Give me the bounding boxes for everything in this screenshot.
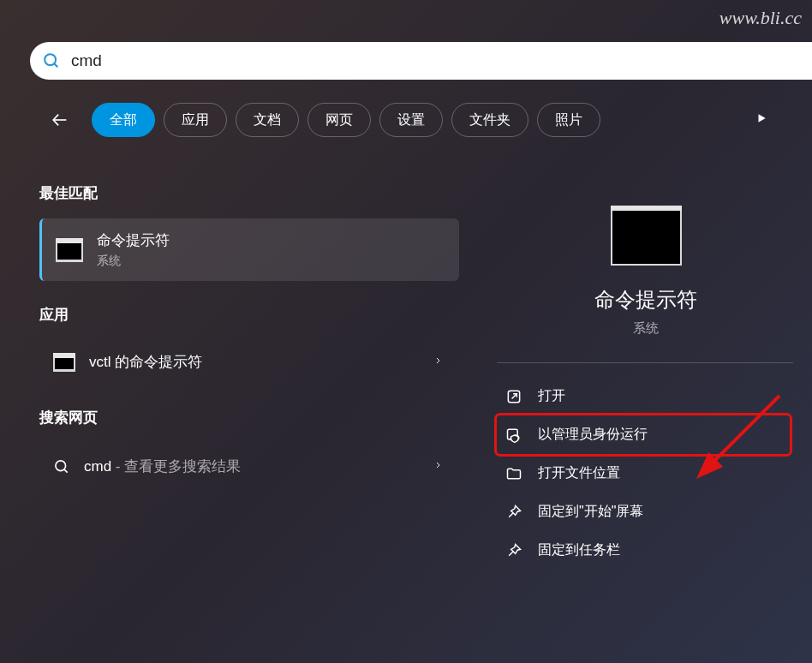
search-icon	[53, 458, 70, 475]
filter-row: 全部 应用 文档 网页 设置 文件夹 照片	[50, 103, 812, 137]
action-label: 固定到任务栏	[538, 541, 620, 559]
svg-line-1	[54, 63, 57, 67]
svg-point-0	[45, 54, 56, 65]
action-run-as-admin[interactable]: 以管理员身份运行	[497, 415, 790, 454]
web-result-suffix: - 查看更多搜索结果	[111, 458, 241, 475]
svg-marker-3	[759, 114, 766, 122]
action-label: 打开	[538, 387, 565, 405]
filter-pill-web[interactable]: 网页	[307, 103, 371, 137]
section-best-match: 最佳匹配	[39, 183, 459, 203]
filter-pill-all[interactable]: 全部	[92, 103, 155, 137]
web-result-text: cmd - 查看更多搜索结果	[84, 457, 241, 476]
action-label: 打开文件位置	[538, 464, 620, 482]
details-subtitle: 系统	[633, 320, 659, 337]
best-match-title: 命令提示符	[97, 230, 170, 250]
folder-icon	[505, 465, 522, 482]
watermark: www.bli.cc	[719, 7, 802, 29]
action-list: 打开 以管理员身份运行 打开文件位置 固定到"开始"屏幕 固定到任务栏	[480, 377, 812, 570]
svg-point-4	[56, 460, 66, 470]
section-apps: 应用	[39, 305, 459, 325]
action-open-location[interactable]: 打开文件位置	[497, 454, 790, 493]
best-match-subtitle: 系统	[97, 254, 170, 269]
filter-pill-docs[interactable]: 文档	[236, 103, 299, 137]
action-pin-taskbar[interactable]: 固定到任务栏	[497, 531, 790, 570]
results-column: 最佳匹配 命令提示符 系统 应用 vctl 的命令提示符 搜索网页 cmd - …	[39, 171, 459, 490]
divider	[497, 362, 793, 363]
cmd-icon	[53, 353, 75, 372]
search-icon	[42, 51, 61, 70]
web-result[interactable]: cmd - 查看更多搜索结果	[39, 443, 459, 490]
details-pane: 命令提示符 系统 打开 以管理员身份运行 打开文件位置 固定到"开始"屏幕 固定…	[480, 171, 812, 663]
svg-line-5	[64, 469, 68, 472]
search-input[interactable]	[71, 51, 800, 70]
cmd-icon	[611, 206, 682, 266]
filter-pill-settings[interactable]: 设置	[379, 103, 443, 137]
app-result[interactable]: vctl 的命令提示符	[39, 340, 459, 384]
cmd-icon	[56, 238, 83, 262]
section-web: 搜索网页	[39, 408, 459, 427]
details-title: 命令提示符	[594, 286, 697, 314]
back-arrow[interactable]	[50, 110, 70, 130]
open-icon	[505, 388, 522, 405]
search-bar[interactable]	[30, 42, 812, 80]
filter-pill-folders[interactable]: 文件夹	[451, 103, 528, 137]
svg-line-7	[512, 393, 517, 398]
filter-pill-photos[interactable]: 照片	[537, 103, 600, 137]
action-pin-start[interactable]: 固定到"开始"屏幕	[497, 493, 790, 531]
pin-icon	[505, 542, 522, 559]
more-filters-icon[interactable]	[755, 112, 767, 128]
admin-icon	[505, 427, 522, 444]
action-label: 以管理员身份运行	[538, 426, 648, 444]
pin-icon	[505, 504, 522, 521]
app-result-title: vctl 的命令提示符	[89, 352, 202, 372]
filter-pill-apps[interactable]: 应用	[164, 103, 227, 137]
action-open[interactable]: 打开	[497, 377, 790, 415]
web-result-prefix: cmd	[84, 458, 111, 475]
chevron-right-icon	[434, 355, 442, 369]
best-match-result[interactable]: 命令提示符 系统	[39, 218, 459, 281]
action-label: 固定到"开始"屏幕	[538, 503, 643, 521]
chevron-right-icon	[434, 459, 442, 474]
